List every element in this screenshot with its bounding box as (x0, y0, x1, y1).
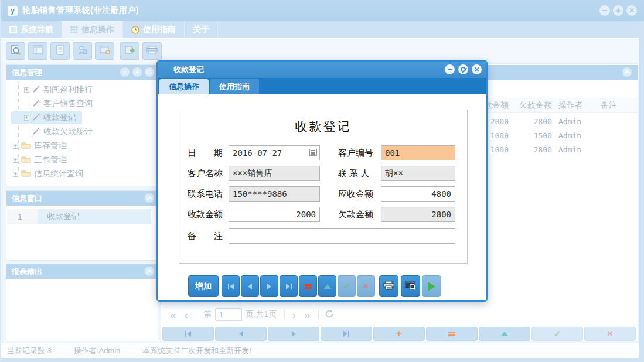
toolbar-window-button[interactable] (95, 42, 114, 60)
cancel-button[interactable]: × (357, 275, 375, 297)
menu-item-info-operation[interactable]: 信息操作 (62, 21, 123, 38)
first-page-icon[interactable]: « (166, 309, 180, 320)
first-icon (228, 284, 234, 289)
toolbar-search-button[interactable] (6, 42, 25, 60)
customer-id-field[interactable] (381, 145, 455, 160)
folder-icon (21, 141, 31, 151)
first-record-button[interactable] (162, 327, 214, 341)
tree-item-label: 信息统计查询 (34, 169, 83, 179)
payment-form: 收款登记 日 期 客户编号 客户名称 (179, 110, 468, 264)
prev-record-button[interactable] (241, 275, 259, 297)
date-field[interactable] (229, 145, 320, 160)
edit-record-button[interactable] (479, 327, 530, 341)
menu-item-system-nav[interactable]: 系统导航 (1, 21, 62, 38)
next-page-icon[interactable]: › (288, 309, 300, 320)
tree-item-inventory-management[interactable]: + 库存管理 (13, 139, 67, 152)
preview-icon (405, 280, 416, 292)
check-icon: ✓ (554, 329, 561, 339)
folder-icon (21, 155, 31, 165)
tree-item-info-stats-query[interactable]: + 信息统计查询 (13, 168, 83, 180)
toolbar-export-button[interactable] (120, 42, 139, 60)
column-header: 备注 (601, 100, 636, 111)
tree-item-three-guarantees[interactable]: + 三包管理 (13, 153, 67, 166)
page-suffix-label: 页,共1页 (242, 309, 281, 320)
next-record-button[interactable] (260, 275, 278, 297)
add-button[interactable]: 增加 (188, 275, 219, 297)
tree-item-payment-register[interactable]: + 收款登记 (11, 111, 82, 124)
maximize-button[interactable]: ✦ (613, 5, 623, 16)
page-number-input[interactable] (215, 308, 242, 321)
remark-field[interactable] (229, 228, 455, 244)
edit-icon (324, 284, 331, 289)
refresh-page-icon[interactable] (325, 309, 334, 320)
run-button[interactable] (422, 275, 441, 297)
collapse-up-icon[interactable] (145, 193, 154, 203)
print-preview-button[interactable] (401, 275, 420, 297)
debt-amount-field[interactable] (381, 207, 455, 222)
expander-icon[interactable]: + (24, 115, 29, 121)
payment-amount-field[interactable] (229, 207, 320, 222)
pagination-bar: « ‹ 第 页,共1页 › » (161, 306, 334, 323)
delete-record-button[interactable] (426, 327, 478, 341)
dialog-close-button[interactable]: ✕ (472, 64, 482, 74)
delete-button[interactable] (299, 275, 317, 297)
dialog-tab-info-operation[interactable]: 信息操作 (159, 79, 209, 94)
next-record-button[interactable] (268, 327, 319, 341)
toolbar-document-button[interactable] (50, 42, 70, 60)
save-record-button[interactable]: ✓ (531, 327, 583, 341)
first-record-button[interactable] (222, 275, 240, 297)
expander-icon[interactable]: + (24, 87, 29, 93)
dialog-minimize-button[interactable] (445, 64, 455, 74)
grid-icon (70, 26, 78, 33)
customer-name-field[interactable] (229, 166, 320, 181)
tree-item-label: 期间盈利排行 (43, 84, 93, 95)
tree-item-customer-sales-query[interactable]: 客户销售查询 (24, 97, 93, 110)
last-record-button[interactable] (280, 275, 298, 297)
expander-icon[interactable]: + (13, 158, 18, 163)
last-record-button[interactable] (321, 327, 372, 341)
toolbar-table-button[interactable] (28, 42, 47, 60)
prev-page-icon[interactable]: ‹ (180, 309, 192, 320)
cancel-record-button[interactable]: × (584, 327, 636, 341)
dialog-restore-button[interactable] (458, 64, 468, 74)
app-logo-icon: y (8, 6, 18, 16)
contact-phone-field[interactable] (229, 186, 320, 202)
expander-icon[interactable]: + (13, 172, 18, 177)
contact-person-field[interactable] (381, 166, 455, 181)
toolbar-print-button[interactable] (142, 42, 162, 60)
last-page-icon[interactable]: » (300, 309, 315, 320)
tree-item-label: 三包管理 (34, 155, 67, 165)
collapse-up-icon[interactable] (622, 67, 632, 77)
expander-icon[interactable]: + (13, 144, 18, 149)
window-bottom-frame (1, 358, 644, 362)
info-management-header: 信息管理 ‹ + (6, 65, 158, 80)
tree-item-period-profit-ranking[interactable]: + 期间盈利排行 (24, 83, 93, 96)
print-button[interactable] (379, 275, 398, 297)
tree-item-label: 库存管理 (34, 141, 67, 151)
tree-item-receivables-stats[interactable]: 收款欠款统计 (24, 125, 93, 138)
minimize-button[interactable] (599, 5, 610, 16)
collapse-left-icon[interactable]: ‹ (120, 67, 130, 77)
cell-debt-amount: 1500 (510, 131, 552, 140)
refresh-icon[interactable] (145, 67, 154, 77)
dialog-tab-user-guide[interactable]: 使用指南 (210, 79, 259, 94)
play-icon (428, 282, 435, 291)
menu-item-user-guide[interactable]: 使用指南 (123, 21, 185, 38)
dialog-title-bar[interactable]: 收款登记 ✕ (158, 62, 486, 78)
form-heading: 收款登记 (179, 118, 467, 135)
receivable-amount-field[interactable] (381, 186, 455, 202)
add-record-button[interactable]: + (373, 327, 425, 341)
save-button[interactable]: ✓ (338, 275, 356, 297)
collapse-up-icon[interactable] (145, 267, 154, 276)
column-header: 欠款金额 (510, 100, 552, 111)
prev-record-button[interactable] (215, 327, 267, 341)
edit-button[interactable] (318, 275, 336, 297)
dialog-button-bar: 增加 ✓ × (158, 275, 486, 299)
calendar-icon[interactable] (309, 148, 317, 158)
add-icon[interactable]: + (132, 67, 142, 77)
menu-item-about[interactable]: 关于 (185, 21, 218, 38)
navigation-tree: + 期间盈利排行 客户销售查询 + 收款登记 收款欠款统计 + (6, 80, 158, 190)
open-window-row[interactable]: 1 收款登记 (7, 209, 157, 224)
close-button[interactable]: ✕ (626, 5, 637, 16)
toolbar-user-button[interactable] (73, 42, 92, 60)
